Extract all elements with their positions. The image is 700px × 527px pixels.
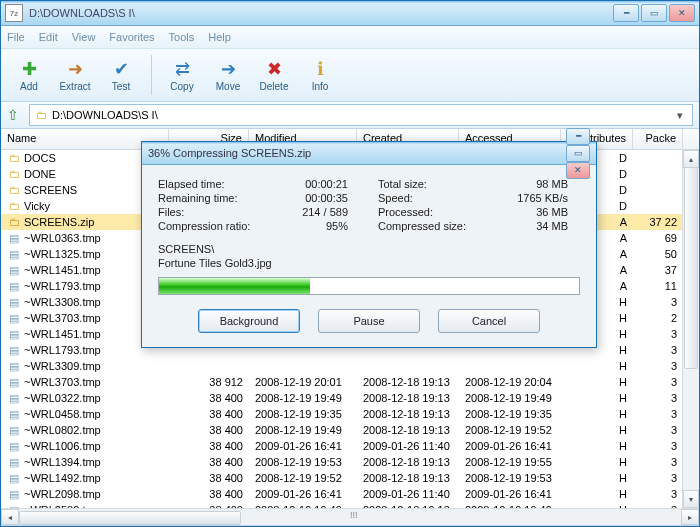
file-packed: 3 [633, 504, 683, 508]
col-packed[interactable]: Packe [633, 129, 683, 149]
menu-edit[interactable]: Edit [39, 31, 58, 43]
dialog-stats: Elapsed time:00:00:21Remaining time:00:0… [158, 177, 580, 233]
folder-icon: 🗀 [7, 184, 21, 196]
table-row[interactable]: ▤~WRL0322.tmp38 4002008-12-19 19:492008-… [1, 390, 699, 406]
close-button[interactable]: ✕ [669, 4, 695, 22]
chevron-down-icon[interactable]: ▾ [672, 109, 688, 122]
delete-icon: ✖ [263, 58, 285, 80]
scroll-thumb[interactable] [684, 167, 698, 369]
table-row[interactable]: ▤~WRL2098.tmp38 4002009-01-26 16:412009-… [1, 486, 699, 502]
vertical-scrollbar[interactable]: ▴ ▾ [682, 150, 699, 508]
test-button[interactable]: ✔Test [99, 51, 143, 99]
file-packed: 3 [633, 472, 683, 484]
file-size: 38 400 [169, 488, 249, 500]
stat-label: Files: [158, 205, 258, 219]
minimize-button[interactable]: ━ [613, 4, 639, 22]
file-name: SCREENS [24, 184, 77, 196]
file-size: 38 400 [169, 392, 249, 404]
hscroll-thumb[interactable] [19, 511, 241, 525]
extract-button[interactable]: ➜Extract [53, 51, 97, 99]
file-packed: 3 [633, 392, 683, 404]
path-text: D:\DOWNLOADS\S I\ [52, 109, 158, 121]
dialog-maximize-button[interactable]: ▭ [566, 145, 590, 162]
file-name: ~WRL3703.tmp [24, 312, 101, 324]
file-accessed: 2009-01-26 16:41 [459, 488, 561, 500]
file-attr: H [561, 376, 633, 388]
dialog-minimize-button[interactable]: ━ [566, 128, 590, 145]
stat-label: Elapsed time: [158, 177, 258, 191]
scroll-down-icon[interactable]: ▾ [683, 490, 699, 508]
file-packed: 37 [633, 264, 683, 276]
file-packed: 3 [633, 360, 683, 372]
file-name: ~WRL3309.tmp [24, 360, 101, 372]
tmp-icon: ▤ [7, 360, 21, 373]
table-row[interactable]: ▤~WRL0802.tmp38 4002008-12-19 19:492008-… [1, 422, 699, 438]
file-attr: H [561, 392, 633, 404]
copy-button[interactable]: ⇄Copy [160, 51, 204, 99]
file-packed: 3 [633, 344, 683, 356]
folder-icon: 🗀 [34, 109, 48, 121]
up-icon[interactable]: ⇧ [7, 107, 23, 123]
file-size: 38 400 [169, 424, 249, 436]
pause-button[interactable]: Pause [318, 309, 420, 333]
file-packed: 3 [633, 376, 683, 388]
path-input[interactable]: 🗀 D:\DOWNLOADS\S I\ ▾ [29, 104, 693, 126]
app-icon: 7z [5, 4, 23, 22]
cancel-button[interactable]: Cancel [438, 309, 540, 333]
menu-view[interactable]: View [72, 31, 96, 43]
scroll-right-icon[interactable]: ▸ [681, 509, 699, 525]
stat-value: 95% [258, 219, 348, 233]
dialog-close-button[interactable]: ✕ [566, 162, 590, 179]
file-modified: 2008-12-19 19:49 [249, 392, 357, 404]
stat-label: Remaining time: [158, 191, 258, 205]
titlebar[interactable]: 7z D:\DOWNLOADS\S I\ ━ ▭ ✕ [1, 1, 699, 26]
tmp-icon: ▤ [7, 312, 21, 325]
folder-icon: 🗀 [7, 168, 21, 180]
file-size: 38 400 [169, 472, 249, 484]
menu-favorites[interactable]: Favorites [109, 31, 154, 43]
table-row[interactable]: ▤~WRL1394.tmp38 4002008-12-19 19:532008-… [1, 454, 699, 470]
menubar: File Edit View Favorites Tools Help [1, 26, 699, 49]
window-title: D:\DOWNLOADS\S I\ [29, 7, 613, 19]
dialog-titlebar[interactable]: 36% Compressing SCREENS.zip ━ ▭ ✕ [142, 142, 596, 165]
file-packed: 69 [633, 232, 683, 244]
background-button[interactable]: Background [198, 309, 300, 333]
file-name: ~WRL2098.tmp [24, 488, 101, 500]
table-row[interactable]: ▤~WRL1492.tmp38 4002008-12-19 19:522008-… [1, 470, 699, 486]
scroll-up-icon[interactable]: ▴ [683, 150, 699, 168]
move-icon: ➔ [217, 58, 239, 80]
menu-help[interactable]: Help [208, 31, 231, 43]
file-accessed: 2008-12-19 20:04 [459, 376, 561, 388]
file-size: 38 400 [169, 440, 249, 452]
delete-button[interactable]: ✖Delete [252, 51, 296, 99]
file-packed: 50 [633, 248, 683, 260]
table-row[interactable]: ▤~WRL3703.tmp38 9122008-12-19 20:012008-… [1, 374, 699, 390]
horizontal-scrollbar[interactable]: ◂ !!! ▸ [1, 508, 699, 525]
add-button[interactable]: ✚Add [7, 51, 51, 99]
scroll-left-icon[interactable]: ◂ [1, 509, 19, 525]
maximize-button[interactable]: ▭ [641, 4, 667, 22]
file-accessed: 2009-01-26 16:41 [459, 440, 561, 452]
stat-label: Compressed size: [378, 219, 478, 233]
file-packed: 11 [633, 280, 683, 292]
file-created: 2008-12-18 19:13 [357, 456, 459, 468]
tmp-icon: ▤ [7, 456, 21, 469]
file-packed: 3 [633, 456, 683, 468]
file-size: 38 400 [169, 504, 249, 508]
table-row[interactable]: ▤~WRL0458.tmp38 4002008-12-19 19:352008-… [1, 406, 699, 422]
table-row[interactable]: ▤~WRL3309.tmpH3 [1, 358, 699, 374]
menu-file[interactable]: File [7, 31, 25, 43]
progress-fill [159, 278, 310, 294]
table-row[interactable]: ▤~WRL2580.tmp38 4002008-12-19 19:492008-… [1, 502, 699, 508]
table-row[interactable]: ▤~WRL1006.tmp38 4002009-01-26 16:412009-… [1, 438, 699, 454]
move-button[interactable]: ➔Move [206, 51, 250, 99]
file-name: ~WRL1394.tmp [24, 456, 101, 468]
menu-tools[interactable]: Tools [169, 31, 195, 43]
file-created: 2008-12-18 19:13 [357, 424, 459, 436]
tmp-icon: ▤ [7, 280, 21, 293]
stat-label: Speed: [378, 191, 478, 205]
file-created: 2008-12-18 19:13 [357, 392, 459, 404]
info-icon: ℹ [309, 58, 331, 80]
file-modified: 2008-12-19 19:49 [249, 424, 357, 436]
info-button[interactable]: ℹInfo [298, 51, 342, 99]
